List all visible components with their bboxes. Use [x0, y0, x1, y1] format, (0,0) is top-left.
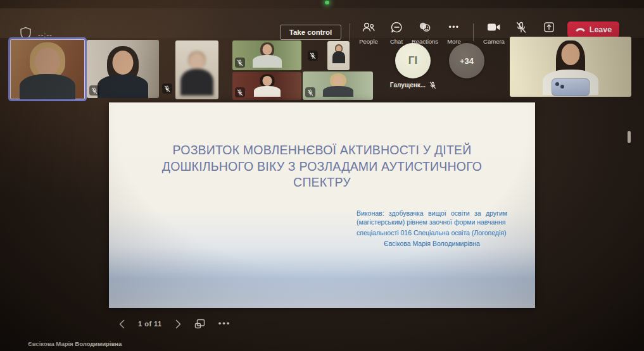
- reactions-icon: [418, 21, 432, 34]
- slide-credit-line: Виконав: здобувачка вищої освіти за друг…: [357, 209, 507, 226]
- video-tile[interactable]: [510, 37, 631, 97]
- meeting-window: --:-- Take control People Chat Reactions…: [0, 0, 644, 351]
- meeting-toolbar: --:-- Take control People Chat Reactions…: [0, 8, 644, 38]
- shared-screen-slide: РОЗВИТОК МОВЛЕННЄВОЇ АКТИВНОСТІ У ДІТЕЙ …: [109, 102, 535, 308]
- participant-video: [510, 37, 631, 97]
- video-tile-active-speaker[interactable]: [10, 39, 85, 99]
- share-icon: [543, 21, 555, 34]
- leave-button[interactable]: Leave: [567, 22, 619, 37]
- shield-icon[interactable]: [20, 27, 32, 40]
- camera-led: [325, 1, 329, 4]
- video-tile[interactable]: [327, 41, 350, 70]
- more-button[interactable]: ••• More: [441, 21, 467, 45]
- mic-muted-icon: [515, 21, 527, 34]
- participant-video: [10, 39, 85, 99]
- mic-muted-icon: [305, 87, 315, 97]
- video-tile[interactable]: [175, 40, 218, 99]
- mic-muted-icon: [429, 81, 437, 89]
- participant-avatar[interactable]: ГІ: [395, 43, 431, 78]
- toolbar-divider: [350, 23, 350, 41]
- slide-credit-line: спеціальності 016 Спеціальна освіта (Лог…: [357, 228, 507, 237]
- mic-muted-icon: [235, 87, 245, 97]
- mic-muted-icon: [308, 51, 318, 61]
- hangup-icon: [575, 27, 586, 32]
- slide-credits: Виконав: здобувачка вищої освіти за друг…: [357, 209, 507, 248]
- more-icon: •••: [448, 21, 459, 34]
- video-tile[interactable]: [87, 40, 159, 98]
- leave-label: Leave: [590, 25, 612, 34]
- avatar-initials: ГІ: [408, 54, 417, 67]
- chat-icon: [391, 21, 403, 34]
- camera-label: Camera: [483, 38, 505, 45]
- slide-page-indicator: 1 of 11: [138, 320, 162, 328]
- slide-credit-line: Євсікова Марія Володимирівна: [357, 239, 507, 248]
- scrollbar-thumb[interactable]: [628, 131, 631, 143]
- mic-muted-icon: [235, 58, 245, 68]
- chat-button[interactable]: Chat: [384, 21, 409, 45]
- next-slide-button[interactable]: [175, 319, 181, 329]
- overflow-count: +34: [460, 56, 474, 66]
- participant-name-row: Галущенк...: [384, 81, 443, 89]
- presenter-name-label: Євсікова Марія Володимирівна: [28, 340, 122, 347]
- mic-muted-icon: [89, 85, 99, 95]
- slide-title: РОЗВИТОК МОВЛЕННЄВОЇ АКТИВНОСТІ У ДІТЕЙ …: [134, 142, 509, 191]
- toolbar-divider: [473, 23, 474, 41]
- take-control-label: Take control: [289, 28, 332, 36]
- camera-icon: [487, 21, 501, 34]
- participant-video: [175, 40, 218, 99]
- participant-video: [327, 41, 350, 70]
- phone-in-hand: [552, 78, 590, 96]
- slide-grid-icon[interactable]: [194, 319, 205, 329]
- camera-button[interactable]: Camera: [481, 21, 507, 45]
- people-icon: [362, 21, 376, 34]
- mic-muted-icon: [162, 83, 172, 94]
- more-label: More: [447, 38, 461, 45]
- people-label: People: [359, 38, 378, 45]
- video-tile[interactable]: [232, 40, 301, 70]
- meeting-timer: --:--: [38, 31, 53, 39]
- video-tile[interactable]: [232, 72, 301, 100]
- people-button[interactable]: People: [355, 21, 382, 45]
- take-control-button[interactable]: Take control: [280, 25, 341, 40]
- participant-name: Галущенк...: [390, 82, 426, 89]
- previous-slide-button[interactable]: [119, 319, 125, 329]
- chat-label: Chat: [390, 38, 403, 45]
- reactions-button[interactable]: Reactions: [410, 21, 439, 45]
- slide-navigation: 1 of 11 •••: [119, 316, 230, 331]
- overflow-participants-badge[interactable]: +34: [449, 43, 484, 78]
- slide-more-options[interactable]: •••: [218, 321, 231, 327]
- video-tile[interactable]: [303, 71, 373, 100]
